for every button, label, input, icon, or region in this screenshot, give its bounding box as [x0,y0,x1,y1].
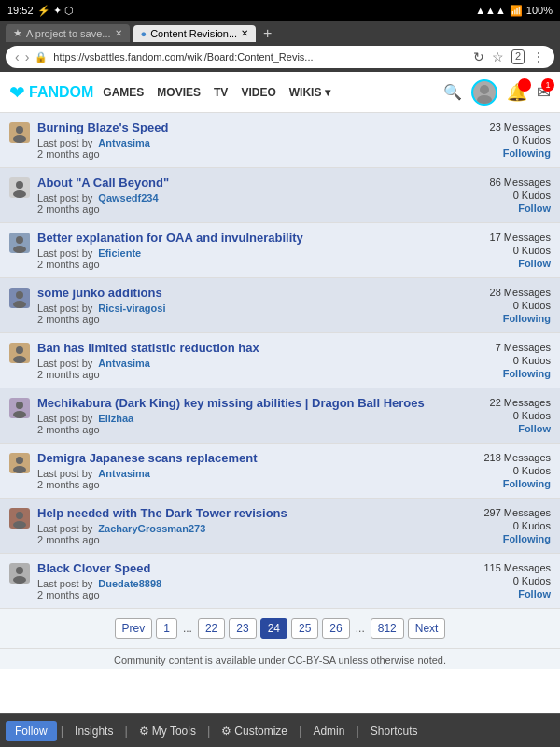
refresh-button[interactable]: ↻ [473,49,484,64]
thread-left: Help needed with The Dark Tower revision… [37,506,459,545]
forward-button[interactable]: › [25,49,30,64]
status-left: 19:52 ⚡ ✦ ⬡ [7,5,74,17]
thread-item[interactable]: Demigra Japanese scans replacement Last … [0,444,560,499]
thread-meta: Last post by ZacharyGrossman273 [37,523,459,534]
lock-icon: 🔒 [35,51,48,63]
tab-1-close[interactable]: ✕ [115,28,122,38]
thread-title[interactable]: Better explanation for OAA and invulnera… [37,231,459,245]
svg-point-16 [16,512,23,519]
thread-item[interactable]: Help needed with The Dark Tower revision… [0,499,560,554]
signal-icon: ▲▲▲ [475,5,506,16]
thread-author[interactable]: Antvasima [98,468,150,479]
nav-movies[interactable]: MOVIES [157,86,201,99]
svg-point-4 [16,181,23,189]
tab-1[interactable]: ★ A project to save... ✕ [6,24,130,42]
thread-follow-status[interactable]: Following [503,368,551,379]
thread-item[interactable]: Ban has limited statistic reduction hax … [0,333,560,388]
thread-avatar [9,508,30,529]
nav-tv[interactable]: TV [214,86,228,99]
pagination-page-24[interactable]: 24 [260,618,287,639]
thread-title[interactable]: some junko additions [37,286,459,300]
thread-item[interactable]: Black Clover Speed Last post by Duedate8… [0,554,560,609]
menu-button[interactable]: ⋮ [532,49,545,64]
nav-wikis[interactable]: WIKIS ▾ [289,86,330,99]
tabs-button[interactable]: 2 [511,49,525,64]
thread-author[interactable]: Antvasima [98,358,150,369]
thread-title[interactable]: Mechikabura (Dark King) key missing abil… [37,396,459,410]
thread-follow-status[interactable]: Follow [518,588,551,599]
pagination-page-23[interactable]: 23 [229,618,256,639]
thread-right: 218 Messages 0 Kudos Following [467,451,551,490]
add-tab-button[interactable]: + [263,25,272,42]
thread-right: 115 Messages 0 Kudos Follow [467,561,551,600]
messages-button[interactable]: ✉ 1 [537,82,551,103]
svg-point-6 [16,236,23,244]
admin-button[interactable]: Admin [305,721,352,741]
nav-video[interactable]: VIDEO [241,86,275,99]
thread-title[interactable]: Demigra Japanese scans replacement [37,451,459,465]
thread-item[interactable]: Burning Blaze's Speed Last post by Antva… [0,113,560,168]
status-icons: ⚡ ✦ ⬡ [37,5,74,17]
shortcuts-button[interactable]: Shortcuts [363,721,426,741]
thread-item[interactable]: Better explanation for OAA and invulnera… [0,223,560,278]
thread-follow-status[interactable]: Follow [518,423,551,434]
tab-2-label: Content Revision... [150,28,237,39]
thread-follow-status[interactable]: Following [503,313,551,324]
thread-item[interactable]: some junko additions Last post by Ricsi-… [0,278,560,333]
back-button[interactable]: ‹ [15,49,20,64]
thread-title[interactable]: Black Clover Speed [37,561,459,575]
tab-2-favicon: ● [141,28,147,39]
thread-follow-status[interactable]: Following [503,533,551,544]
thread-item[interactable]: About "A Call Beyond" Last post by Qawse… [0,168,560,223]
thread-author[interactable]: Antvasima [98,137,150,148]
url-bar[interactable]: https://vsbattles.fandom.com/wiki/Board:… [53,51,468,63]
thread-title[interactable]: Ban has limited statistic reduction hax [37,341,459,355]
notifications-button[interactable]: 🔔 [507,82,527,103]
bookmark-button[interactable]: ☆ [492,49,504,64]
thread-meta: Last post by Ricsi-viragosi [37,303,459,314]
fandom-logo[interactable]: ❤ FANDOM [9,81,93,104]
thread-follow-status[interactable]: Follow [518,203,551,214]
thread-author[interactable]: Eficiente [98,247,141,259]
thread-list: Burning Blaze's Speed Last post by Antva… [0,113,560,609]
nav-right-section: 🔍 🔔 ✉ 1 [443,79,551,106]
my-tools-button[interactable]: ⚙ My Tools [132,721,203,741]
thread-title[interactable]: Burning Blaze's Speed [37,120,459,134]
pagination-prev[interactable]: Prev [115,618,153,639]
tab-2[interactable]: ● Content Revision... ✕ [133,25,257,42]
pagination-page-22[interactable]: 22 [198,618,225,639]
pagination-page-26[interactable]: 26 [322,618,349,639]
insights-button[interactable]: Insights [67,721,120,741]
tab-2-close[interactable]: ✕ [241,28,248,38]
pagination-next[interactable]: Next [408,618,446,639]
thread-item[interactable]: Mechikabura (Dark King) key missing abil… [0,388,560,444]
fandom-nav-links: GAMES MOVIES TV VIDEO WIKIS ▾ [103,86,329,99]
user-avatar[interactable] [471,79,497,106]
pagination-page-1[interactable]: 1 [156,618,177,639]
pagination-page-25[interactable]: 25 [291,618,318,639]
thread-title[interactable]: About "A Call Beyond" [37,176,459,190]
thread-title[interactable]: Help needed with The Dark Tower revision… [37,506,459,520]
svg-point-12 [16,402,23,409]
thread-follow-status[interactable]: Following [503,478,551,489]
thread-messages: 218 Messages [483,452,551,463]
thread-time: 2 months ago [37,204,459,215]
follow-button[interactable]: Follow [6,721,57,741]
thread-author[interactable]: Duedate8898 [98,578,161,589]
thread-right: 28 Messages 0 Kudos Following [467,286,551,325]
thread-follow-status[interactable]: Follow [518,258,551,269]
thread-author[interactable]: ZacharyGrossman273 [98,523,205,534]
thread-time: 2 months ago [37,148,459,160]
last-post-label: Last post by [37,468,92,479]
svg-point-7 [13,246,26,253]
thread-author[interactable]: Elizhaa [98,413,133,424]
battery: 100% [526,5,553,16]
search-button[interactable]: 🔍 [443,83,462,101]
nav-games[interactable]: GAMES [103,86,144,99]
customize-button[interactable]: ⚙ Customize [214,721,295,741]
last-post-label: Last post by [37,137,92,148]
thread-author[interactable]: Qawsedf234 [98,192,158,204]
thread-follow-status[interactable]: Following [503,148,551,159]
pagination-page-812[interactable]: 812 [371,618,404,639]
thread-author[interactable]: Ricsi-viragosi [98,303,165,314]
